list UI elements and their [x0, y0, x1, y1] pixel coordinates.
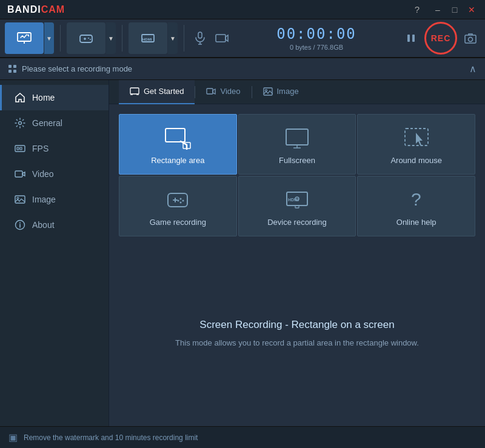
svg-rect-36	[264, 88, 272, 95]
rec-button[interactable]: REC	[424, 22, 457, 55]
screenshot-button[interactable]	[461, 28, 480, 48]
toolbar-right-controls: REC	[401, 22, 480, 55]
timer-time: 00:00:00	[276, 25, 356, 42]
footer-message: Remove the watermark and 10 minutes reco…	[24, 433, 198, 442]
svg-rect-34	[207, 89, 213, 94]
titlebar: BANDICAM ? – □ ✕	[0, 0, 485, 19]
game-mode-group: ▼	[67, 22, 116, 54]
mode-selector-label: Please select a recording mode	[8, 64, 132, 73]
mode-selector-text: Please select a recording mode	[22, 64, 132, 73]
minimize-button[interactable]: –	[432, 5, 444, 15]
timer-display: 00:00:00 0 bytes / 776.8GB	[234, 25, 399, 51]
sidebar-video-label: Video	[32, 169, 54, 179]
description-title: Screen Recording - Rectangle on a screen	[127, 319, 467, 331]
svg-rect-23	[20, 147, 22, 150]
recording-mode-grid: Rectangle area Fullscreen	[109, 104, 485, 241]
tab-get-started[interactable]: Get Started	[119, 80, 195, 104]
description-area: Screen Recording - Rectangle on a screen…	[109, 241, 485, 426]
main-content: Home General FPS	[0, 80, 485, 426]
svg-point-7	[88, 38, 89, 39]
gear-icon	[14, 117, 26, 129]
close-button[interactable]: ✕	[466, 5, 478, 15]
mode-game-recording[interactable]: Game recording	[119, 176, 237, 236]
chevron-up-icon[interactable]: ∧	[469, 63, 477, 75]
sidebar-item-general[interactable]: General	[0, 110, 109, 136]
svg-rect-16	[407, 35, 410, 42]
svg-text:HDMI: HDMI	[142, 38, 152, 41]
svg-rect-31	[130, 88, 139, 94]
svg-point-52	[178, 199, 179, 201]
sidebar-about-label: About	[32, 220, 55, 230]
webcam-button[interactable]	[212, 28, 232, 48]
sidebar-item-fps[interactable]: FPS	[0, 136, 109, 161]
grid-icon	[8, 65, 17, 73]
sidebar-image-label: Image	[32, 195, 56, 204]
mode-selector-bar: Please select a recording mode ∧	[0, 58, 485, 80]
mic-button[interactable]	[190, 28, 210, 48]
mode-device-label: Device recording	[267, 218, 327, 227]
mode-rectangle-area[interactable]: Rectangle area	[119, 114, 237, 175]
svg-rect-14	[216, 35, 226, 42]
svg-point-30	[19, 222, 21, 224]
mode-online-help[interactable]: ? Online help	[357, 176, 475, 236]
svg-point-27	[17, 198, 19, 199]
window-controls: ? – □ ✕	[411, 4, 478, 15]
mode-device-recording[interactable]: HDMI Device recording	[238, 176, 356, 236]
mode-around-mouse-label: Around mouse	[390, 156, 442, 165]
svg-marker-3	[27, 35, 29, 37]
svg-point-20	[19, 122, 22, 125]
pause-button[interactable]	[401, 28, 421, 48]
svg-rect-55	[295, 206, 299, 208]
home-icon	[14, 92, 26, 104]
logo-bandi: BANDI	[7, 4, 41, 15]
game-mode-button[interactable]	[67, 22, 105, 54]
sidebar-item-image[interactable]: Image	[0, 187, 109, 212]
sidebar: Home General FPS	[0, 80, 109, 426]
sidebar-general-label: General	[32, 118, 62, 128]
logo-cam: CAM	[41, 4, 65, 15]
game-mode-dropdown[interactable]: ▼	[106, 22, 116, 54]
mode-around-mouse[interactable]: Around mouse	[357, 114, 475, 175]
mode-fullscreen[interactable]: Fullscreen	[238, 114, 356, 175]
info-icon	[14, 219, 26, 231]
sidebar-item-about[interactable]: About	[0, 212, 109, 238]
screen-mode-button[interactable]	[5, 22, 44, 54]
fps-icon	[14, 142, 26, 155]
hdmi-mode-group: HDMI ▼	[129, 22, 178, 54]
content-area: Get Started Video Image	[109, 80, 485, 426]
tab-video[interactable]: Video	[195, 80, 251, 104]
svg-point-50	[182, 199, 184, 201]
svg-point-37	[265, 89, 267, 91]
svg-point-19	[469, 38, 473, 42]
maximize-button[interactable]: □	[449, 5, 461, 15]
svg-rect-26	[15, 196, 25, 203]
toolbar: ▼ ▼ HDMI ▼	[0, 19, 485, 58]
help-button[interactable]: ?	[411, 4, 423, 15]
svg-rect-24	[15, 171, 22, 177]
mode-rectangle-label: Rectangle area	[151, 156, 204, 165]
app-logo: BANDICAM	[7, 4, 65, 15]
hdmi-mode-button[interactable]: HDMI	[129, 22, 167, 54]
svg-text:HDMI: HDMI	[288, 198, 299, 202]
toolbar-separator-3	[184, 25, 184, 52]
svg-rect-38	[166, 129, 185, 142]
svg-rect-17	[412, 35, 415, 42]
toolbar-separator-1	[60, 25, 61, 52]
description-body: This mode allows you to record a partial…	[127, 337, 467, 349]
sidebar-fps-label: FPS	[32, 144, 48, 153]
sidebar-item-video[interactable]: Video	[0, 161, 109, 187]
mode-game-label: Game recording	[150, 218, 206, 227]
svg-rect-11	[198, 32, 202, 38]
svg-marker-35	[213, 89, 215, 94]
mode-fullscreen-label: Fullscreen	[279, 156, 315, 165]
tab-bar: Get Started Video Image	[109, 80, 485, 104]
screen-mode-dropdown[interactable]: ▼	[44, 22, 54, 54]
svg-point-8	[90, 39, 91, 40]
video-icon	[14, 168, 26, 180]
tab-image[interactable]: Image	[252, 80, 310, 104]
sidebar-home-label: Home	[32, 93, 55, 102]
sidebar-item-home[interactable]: Home	[0, 85, 109, 110]
message-icon: ▣	[8, 432, 18, 443]
hdmi-mode-dropdown[interactable]: ▼	[168, 22, 178, 54]
storage-info: 0 bytes / 776.8GB	[290, 44, 343, 51]
